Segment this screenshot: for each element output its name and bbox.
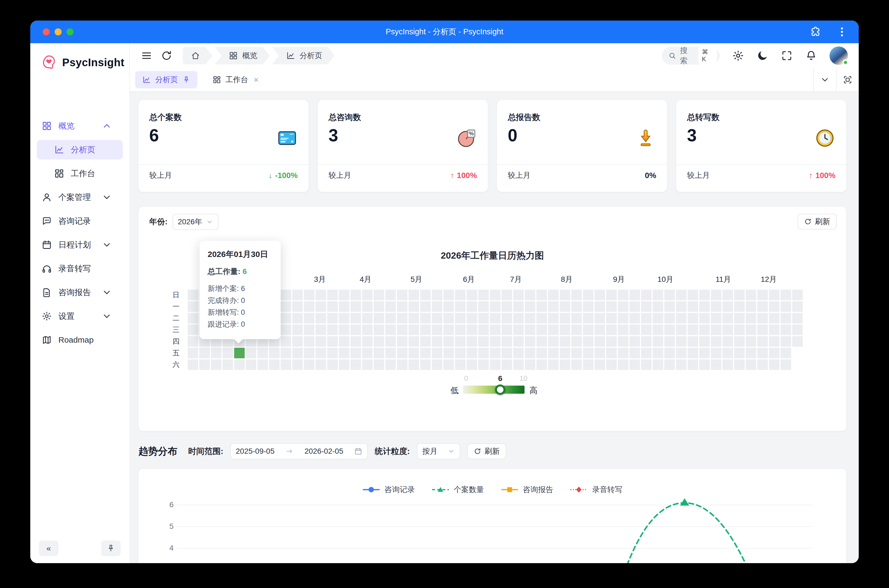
minimize-window-button[interactable] [55,28,62,35]
heatmap-cell[interactable] [734,348,745,358]
hamburger-menu-icon[interactable] [141,50,153,62]
heatmap-cell[interactable] [350,336,361,347]
heatmap-cell[interactable] [199,359,210,370]
heatmap-cell[interactable] [188,336,198,347]
heatmap-cell[interactable] [676,290,686,300]
heatmap-cell[interactable] [606,301,617,312]
heatmap-cell[interactable] [746,348,756,358]
heatmap-cell[interactable] [502,313,512,324]
heatmap-cell[interactable] [536,301,547,312]
breadcrumb-overview[interactable]: 概览 [215,47,270,64]
heatmap-cell[interactable] [502,290,512,300]
heatmap-cell[interactable] [792,290,803,300]
heatmap-cell[interactable] [536,359,547,370]
heatmap-cell[interactable] [618,348,628,358]
zoom-window-button[interactable] [66,28,74,35]
heatmap-cell[interactable] [397,359,407,370]
sidebar-item-reports[interactable]: 咨询报告 [37,280,123,304]
heatmap-cell[interactable] [513,290,524,300]
heatmap-cell[interactable] [281,348,291,358]
heatmap-cell[interactable] [781,359,791,370]
heatmap-cell[interactable] [571,290,582,300]
sidebar-item-overview[interactable]: 概览 [37,114,123,138]
heatmap-cell[interactable] [595,301,605,312]
heatmap-cell[interactable] [560,313,570,324]
heatmap-cell[interactable] [641,290,652,300]
heatmap-cell[interactable] [618,336,628,347]
heatmap-cell[interactable] [397,290,407,300]
heatmap-cell[interactable] [711,348,721,358]
heatmap-cell[interactable] [583,348,593,358]
heatmap-cell[interactable] [315,290,326,300]
heatmap-cell[interactable] [629,313,640,324]
heatmap-cell[interactable] [304,359,314,370]
heatmap-cell[interactable] [734,336,745,347]
heatmap-cell[interactable] [595,359,605,370]
heatmap-cell[interactable] [467,359,477,370]
heatmap-cell[interactable] [281,313,291,324]
heatmap-cell[interactable] [688,290,698,300]
heatmap-cell[interactable] [722,324,733,335]
heatmap-cell[interactable] [525,359,535,370]
user-avatar[interactable] [829,46,848,65]
heatmap-cell[interactable] [327,324,338,335]
heatmap-cell[interactable] [385,313,396,324]
heatmap-cell[interactable] [653,313,663,324]
heatmap-cell[interactable] [548,336,559,347]
heatmap-cell[interactable] [315,336,326,347]
heatmap-cell[interactable] [432,336,442,347]
heatmap-cell[interactable] [315,348,326,358]
heatmap-cell[interactable] [304,348,314,358]
heatmap-cell[interactable] [722,301,733,312]
heatmap-cell[interactable] [292,301,303,312]
heatmap-cell[interactable] [676,336,686,347]
heatmap-cell[interactable] [246,348,256,358]
heatmap-cell[interactable] [525,324,535,335]
heatmap-cell[interactable] [257,359,268,370]
heatmap-cell[interactable] [374,313,384,324]
heatmap-cell[interactable] [746,324,756,335]
heatmap-cell[interactable] [781,290,791,300]
refresh-icon[interactable] [161,50,173,62]
heatmap-cell[interactable] [374,324,384,335]
heatmap-cell[interactable] [304,313,314,324]
heatmap-cell[interactable] [746,359,756,370]
heatmap-cell[interactable] [339,324,349,335]
heatmap-cell[interactable] [467,301,477,312]
heatmap-cell[interactable] [362,336,372,347]
heatmap-cell[interactable] [408,324,419,335]
heatmap-cell[interactable] [548,313,559,324]
heatmap-cell[interactable] [606,359,617,370]
heatmap-cell[interactable] [781,301,791,312]
heatmap-cell[interactable] [606,348,617,358]
heatmap-cell[interactable] [595,290,605,300]
heatmap-cell[interactable] [350,348,361,358]
heatmap-cell[interactable] [397,348,407,358]
heatmap-cell[interactable] [734,290,745,300]
heatmap-cell[interactable] [362,290,372,300]
heatmap-cell[interactable] [374,348,384,358]
heatmap-cell[interactable] [548,348,559,358]
heatmap-cell[interactable] [222,359,233,370]
heatmap-cell[interactable] [676,359,686,370]
sidebar-pin-button[interactable] [101,540,120,556]
heatmap-cell[interactable] [257,348,268,358]
heatmap-cell[interactable] [746,301,756,312]
heatmap-cell[interactable] [676,324,686,335]
heatmap-cell[interactable] [304,336,314,347]
heatmap-cell[interactable] [281,301,291,312]
heatmap-cell[interactable] [560,336,570,347]
heatmap-cell[interactable] [246,359,256,370]
search-input[interactable]: 搜索 ⌘ K [662,47,720,64]
heatmap-cell[interactable] [385,301,396,312]
heatmap-cell[interactable] [641,324,652,335]
heatmap-cell[interactable] [688,348,698,358]
heatmap-cell[interactable] [350,359,361,370]
heatmap-cell[interactable] [525,301,535,312]
heatmap-cell[interactable] [467,348,477,358]
heatmap-cell[interactable] [199,348,210,358]
heatmap-cell[interactable] [792,301,803,312]
heatmap-cell[interactable] [408,336,419,347]
heatmap-cell[interactable] [467,324,477,335]
heatmap-cell[interactable] [455,301,466,312]
